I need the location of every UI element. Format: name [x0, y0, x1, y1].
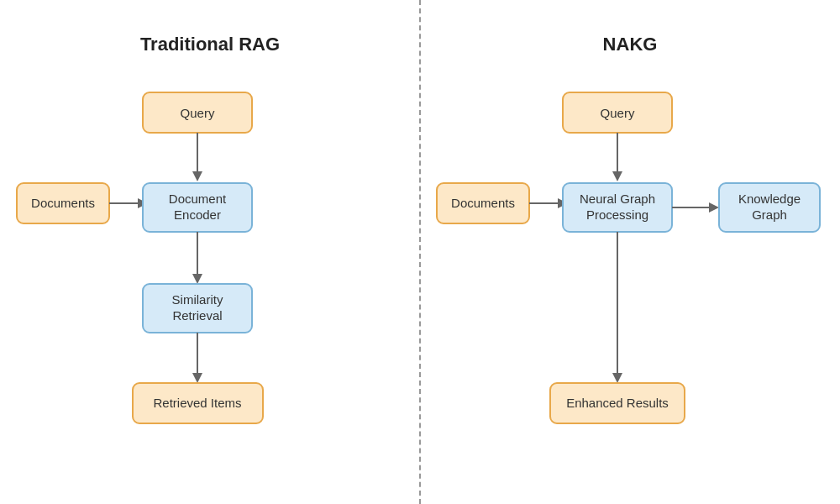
- svg-text:Query: Query: [181, 106, 215, 120]
- diagram-container: Traditional RAG Query Documents Document…: [0, 0, 840, 504]
- svg-text:Knowledge: Knowledge: [738, 192, 801, 206]
- svg-text:Documents: Documents: [31, 196, 95, 210]
- svg-marker-12: [192, 274, 202, 284]
- svg-text:Encoder: Encoder: [174, 207, 221, 222]
- svg-rect-24: [437, 183, 529, 223]
- svg-marker-17: [192, 373, 202, 383]
- svg-rect-8: [143, 183, 252, 232]
- svg-marker-23: [612, 171, 622, 181]
- right-panel: NAKG Query Documents Neural Graph Proces…: [420, 0, 840, 504]
- svg-text:Graph: Graph: [752, 207, 787, 222]
- svg-text:Document: Document: [169, 192, 227, 206]
- svg-text:Similarity: Similarity: [172, 292, 223, 307]
- right-title: NAKG: [603, 34, 658, 55]
- svg-rect-28: [563, 183, 672, 232]
- svg-text:Neural Graph: Neural Graph: [580, 192, 655, 206]
- svg-marker-37: [612, 373, 622, 383]
- svg-rect-4: [17, 183, 109, 223]
- svg-rect-33: [719, 183, 820, 232]
- left-title: Traditional RAG: [140, 34, 280, 55]
- right-svg: Query Documents Neural Graph Processing …: [420, 0, 840, 504]
- left-panel: Traditional RAG Query Documents Document…: [0, 0, 420, 504]
- svg-rect-38: [550, 383, 685, 423]
- left-svg: Query Documents Document Encoder Similar…: [0, 0, 420, 504]
- svg-marker-3: [192, 171, 202, 181]
- svg-rect-0: [143, 92, 252, 133]
- svg-rect-20: [563, 92, 672, 133]
- svg-text:Processing: Processing: [586, 207, 648, 222]
- svg-marker-27: [558, 198, 568, 208]
- svg-text:Retrieved Items: Retrieved Items: [153, 396, 241, 410]
- svg-rect-13: [143, 284, 252, 333]
- svg-marker-7: [138, 198, 148, 208]
- svg-text:Retrieval: Retrieval: [172, 308, 222, 323]
- svg-text:Query: Query: [601, 106, 635, 120]
- svg-text:Enhanced Results: Enhanced Results: [566, 396, 669, 410]
- svg-rect-18: [133, 383, 263, 423]
- svg-marker-32: [709, 202, 719, 213]
- svg-text:Documents: Documents: [451, 196, 515, 210]
